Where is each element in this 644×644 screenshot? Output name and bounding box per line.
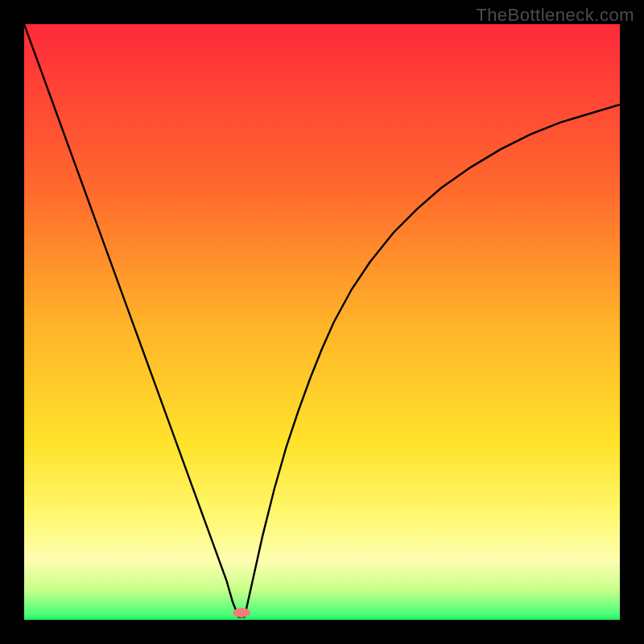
- plot-area: [24, 24, 620, 620]
- minimum-marker: [233, 608, 250, 617]
- gradient-background: [24, 24, 620, 620]
- chart-frame: TheBottleneck.com: [0, 0, 644, 644]
- watermark-text: TheBottleneck.com: [476, 5, 634, 26]
- chart-svg: [24, 24, 620, 620]
